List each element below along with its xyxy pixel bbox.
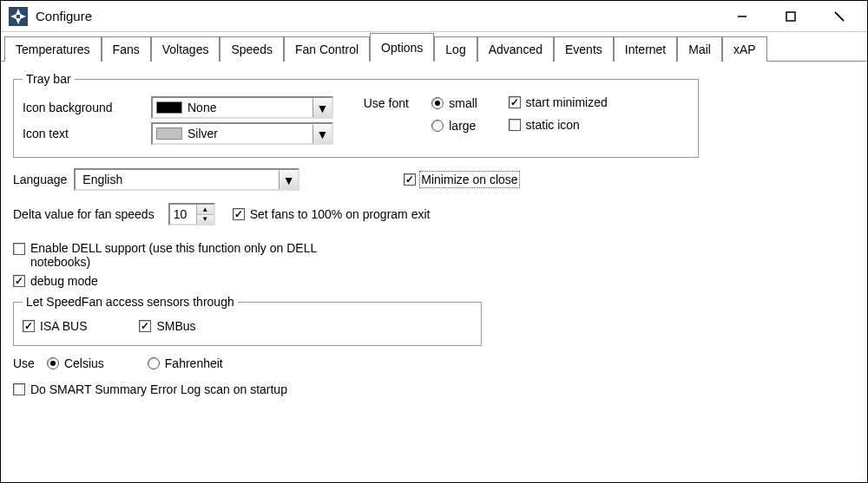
start-minimized-label: start minimized (526, 95, 608, 109)
fahrenheit-radio[interactable]: Fahrenheit (148, 356, 223, 370)
checkbox-icon (13, 383, 25, 395)
tab-strip: Temperatures Fans Voltages Speeds Fan Co… (1, 32, 867, 62)
fahrenheit-label: Fahrenheit (165, 356, 223, 370)
icon-background-swatch (156, 101, 182, 114)
celsius-label: Celsius (64, 356, 104, 370)
radio-icon (148, 357, 160, 369)
isa-bus-check[interactable]: ISA BUS (23, 319, 87, 333)
close-button[interactable] (815, 1, 864, 32)
traybar-group: Tray bar Icon background None ▼ Icon tex… (13, 72, 699, 158)
icon-text-swatch (156, 127, 182, 140)
tab-voltages[interactable]: Voltages (151, 36, 220, 62)
tab-internet[interactable]: Internet (614, 36, 677, 62)
celsius-radio[interactable]: Celsius (47, 356, 104, 370)
checkbox-icon (13, 243, 25, 255)
checkbox-icon (404, 173, 416, 186)
spinner-arrows[interactable]: ▲ ▼ (196, 205, 214, 224)
window-title: Configure (36, 9, 718, 23)
tab-speeds[interactable]: Speeds (220, 36, 283, 62)
svg-rect-3 (786, 12, 795, 21)
minimize-on-close-label: Minimize on close (421, 173, 517, 186)
icon-background-label: Icon background (23, 101, 144, 114)
checkbox-icon (139, 320, 151, 332)
checkbox-icon (13, 275, 25, 287)
icon-background-value: None (187, 101, 312, 114)
tab-events[interactable]: Events (554, 36, 614, 62)
minimize-on-close-check[interactable]: Minimize on close (404, 173, 517, 186)
delta-label: Delta value for fan speeds (13, 207, 155, 221)
dropdown-icon: ▼ (279, 170, 298, 189)
start-minimized-check[interactable]: start minimized (509, 95, 608, 109)
language-label: Language (13, 173, 67, 186)
radio-icon (431, 120, 444, 132)
font-large-label: large (449, 119, 476, 133)
icon-background-combo[interactable]: None ▼ (151, 96, 333, 119)
checkbox-icon (509, 119, 521, 131)
app-icon (8, 6, 29, 27)
tab-temperatures[interactable]: Temperatures (4, 36, 102, 62)
tab-mail[interactable]: Mail (677, 36, 722, 62)
svg-line-5 (835, 12, 844, 21)
checkbox-icon (509, 96, 521, 108)
titlebar: Configure (1, 1, 867, 32)
smbus-label: SMBus (156, 319, 195, 333)
set-fans-exit-check[interactable]: Set fans to 100% on program exit (233, 207, 431, 221)
tab-fan-control[interactable]: Fan Control (284, 36, 370, 62)
dell-support-label: Enable DELL support (use this function o… (30, 241, 360, 269)
tab-advanced[interactable]: Advanced (477, 36, 554, 62)
font-large-radio[interactable]: large (431, 119, 476, 133)
icon-text-combo[interactable]: Silver ▼ (151, 122, 333, 145)
sensors-group: Let SpeedFan access sensors through ISA … (13, 295, 482, 346)
configure-window: Configure Temperatures Fans Voltages Spe… (0, 0, 868, 483)
maximize-button[interactable] (766, 1, 815, 32)
language-value: English (79, 173, 279, 186)
tab-xap[interactable]: xAP (722, 36, 767, 62)
set-fans-exit-label: Set fans to 100% on program exit (250, 207, 431, 221)
debug-mode-label: debug mode (30, 274, 98, 288)
language-combo[interactable]: English ▼ (74, 168, 299, 191)
chevron-up-icon[interactable]: ▲ (197, 205, 214, 215)
static-icon-label: static icon (526, 118, 580, 132)
delta-value: 10 (170, 205, 196, 224)
radio-icon (47, 357, 59, 369)
smbus-check[interactable]: SMBus (139, 319, 195, 333)
font-small-label: small (449, 96, 477, 110)
dell-support-check[interactable]: Enable DELL support (use this function o… (13, 241, 360, 269)
dropdown-icon: ▼ (312, 124, 332, 143)
options-panel: Tray bar Icon background None ▼ Icon tex… (1, 62, 867, 408)
radio-icon (431, 97, 444, 109)
delta-spinner[interactable]: 10 ▲ ▼ (168, 203, 215, 225)
checkbox-icon (233, 208, 245, 220)
smart-scan-check[interactable]: Do SMART Summary Error Log scan on start… (13, 382, 287, 396)
debug-mode-check[interactable]: debug mode (13, 274, 98, 288)
icon-text-value: Silver (187, 127, 312, 140)
svg-point-1 (16, 15, 20, 18)
icon-text-label: Icon text (23, 127, 144, 140)
use-font-label: Use font (364, 96, 409, 110)
minimize-button[interactable] (718, 1, 766, 32)
dropdown-icon: ▼ (312, 98, 332, 117)
tempunit-label: Use (13, 356, 35, 370)
isa-bus-label: ISA BUS (40, 319, 87, 333)
svg-line-4 (835, 12, 844, 21)
tab-fans[interactable]: Fans (102, 36, 151, 62)
smart-scan-label: Do SMART Summary Error Log scan on start… (30, 382, 287, 396)
font-small-radio[interactable]: small (431, 96, 477, 110)
tab-options[interactable]: Options (370, 33, 434, 62)
checkbox-icon (23, 320, 35, 332)
tab-log[interactable]: Log (434, 36, 477, 62)
static-icon-check[interactable]: static icon (509, 118, 580, 132)
traybar-legend: Tray bar (23, 72, 75, 86)
chevron-down-icon[interactable]: ▼ (197, 215, 214, 225)
sensors-legend: Let SpeedFan access sensors through (23, 295, 238, 309)
